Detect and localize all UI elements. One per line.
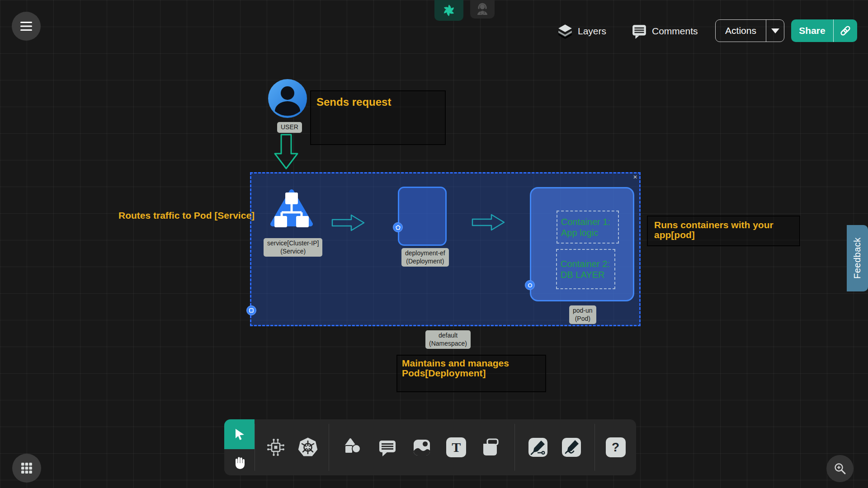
- help-tool[interactable]: ?: [605, 436, 627, 458]
- editor-mode-tab[interactable]: [434, 0, 463, 21]
- main-menu-button[interactable]: [12, 12, 41, 41]
- pan-tool[interactable]: [224, 449, 255, 475]
- pod-name: pod-un: [573, 307, 593, 315]
- select-tool[interactable]: [224, 419, 255, 449]
- pod-icon: [528, 283, 533, 288]
- flow-arrow-down-icon: [273, 134, 299, 170]
- tools-toolbar: T: [224, 419, 636, 475]
- pod-type: (Pod): [573, 315, 593, 323]
- deployment-anchor-badge[interactable]: [393, 222, 403, 232]
- container-1-text: Container 1: App logic: [561, 216, 614, 238]
- kubernetes-icon: [297, 436, 319, 458]
- text-tool[interactable]: T: [445, 436, 467, 458]
- help-glyph: ?: [612, 440, 619, 455]
- copy-link-button[interactable]: [833, 19, 857, 42]
- pencil-icon: [561, 437, 582, 458]
- feedback-tab[interactable]: Feedback: [847, 225, 868, 291]
- hand-icon: [233, 455, 246, 469]
- flow-arrow-right-icon: [331, 214, 365, 232]
- namespace-anchor-badge[interactable]: [246, 305, 256, 315]
- service-node[interactable]: [270, 189, 313, 233]
- hamburger-icon: [20, 21, 33, 31]
- service-name: service[Cluster-IP]: [267, 239, 319, 248]
- chip-icon: [265, 437, 286, 458]
- image-tool[interactable]: [411, 436, 433, 458]
- pen-tool[interactable]: [527, 436, 549, 458]
- kubernetes-tool[interactable]: [297, 436, 319, 458]
- zoom-in-icon: [833, 462, 847, 475]
- actions-button[interactable]: Actions: [715, 19, 784, 42]
- deployment-node-label: deployment-ef (Deployment): [401, 248, 449, 267]
- namespace-icon: [249, 308, 254, 313]
- support-agent-icon: [476, 3, 489, 16]
- help-group: ?: [595, 419, 636, 475]
- draw-tools-group: [515, 419, 594, 475]
- container-1-box[interactable]: Container 1: App logic: [557, 211, 619, 244]
- comment-icon: [377, 437, 398, 458]
- link-icon: [839, 24, 852, 37]
- shapes-tool[interactable]: [342, 436, 363, 458]
- share-button[interactable]: Share: [791, 19, 857, 42]
- deployment-icon: [396, 225, 401, 230]
- frame-tool[interactable]: [480, 436, 502, 458]
- flow-arrow-right-icon: [472, 213, 505, 231]
- apps-grid-button[interactable]: [12, 454, 41, 483]
- content-tools-group: T: [329, 419, 514, 475]
- maintains-box[interactable]: Maintains and manages Pods[Deployment]: [396, 355, 546, 392]
- deployment-name: deployment-ef: [405, 249, 445, 258]
- pencil-tool[interactable]: [561, 436, 582, 458]
- selection-handle-icon[interactable]: ✕: [633, 174, 637, 180]
- deployment-node[interactable]: [398, 187, 447, 246]
- grid-dots-icon: [21, 462, 33, 474]
- user-avatar[interactable]: [268, 79, 307, 118]
- zoom-button[interactable]: [826, 455, 854, 482]
- comments-label: Comments: [652, 26, 698, 37]
- text-tool-icon: T: [446, 437, 466, 457]
- pointer-tools-column: [224, 419, 255, 475]
- actions-dropdown[interactable]: [766, 20, 784, 42]
- routes-traffic-text: Routes traffic to Pod [Service]: [118, 210, 255, 221]
- pod-anchor-badge[interactable]: [525, 280, 535, 290]
- text-glyph: T: [452, 440, 461, 455]
- maintains-text: Maintains and manages Pods[Deployment]: [397, 356, 545, 378]
- help-icon: ?: [606, 437, 626, 457]
- cursor-icon: [233, 428, 246, 441]
- namespace-node-label: default (Namespace): [425, 330, 471, 349]
- namespace-name: default: [429, 332, 467, 340]
- diagram-tools-group: [255, 419, 329, 475]
- app-logo-icon: [442, 3, 456, 18]
- container-2-text: Container 2: DB LAYER: [561, 258, 611, 280]
- comments-menu[interactable]: Comments: [631, 22, 698, 41]
- pod-node-label: pod-un (Pod): [569, 305, 596, 324]
- pen-icon: [528, 437, 548, 458]
- actions-label: Actions: [716, 20, 766, 42]
- namespace-type: (Namespace): [429, 340, 467, 348]
- layers-icon: [557, 23, 573, 39]
- pod-node[interactable]: Container 1: App logic Container 2: DB L…: [530, 187, 634, 301]
- container-2-box[interactable]: Container 2: DB LAYER: [556, 249, 615, 289]
- infra-node-tool[interactable]: [265, 436, 287, 458]
- layers-menu[interactable]: Layers: [557, 22, 606, 41]
- service-type: (Service): [267, 248, 319, 256]
- shapes-icon: [342, 437, 363, 458]
- service-node-label: service[Cluster-IP] (Service): [264, 238, 322, 257]
- sends-request-text: Sends request: [311, 91, 445, 108]
- comments-icon: [631, 23, 647, 39]
- runs-containers-text: Runs containers with your app[pod]: [648, 216, 799, 240]
- user-node-label: USER: [277, 122, 302, 133]
- comment-tool[interactable]: [377, 436, 398, 458]
- share-label: Share: [791, 19, 833, 42]
- layers-label: Layers: [578, 26, 606, 37]
- sends-request-box[interactable]: Sends request: [310, 90, 446, 145]
- runs-containers-box[interactable]: Runs containers with your app[pod]: [647, 216, 800, 246]
- feedback-label: Feedback: [852, 238, 863, 279]
- deployment-type: (Deployment): [405, 258, 445, 266]
- agent-mode-tab[interactable]: [470, 0, 495, 19]
- image-icon: [411, 437, 432, 458]
- chevron-down-icon: [771, 28, 779, 33]
- frame-icon: [481, 437, 501, 458]
